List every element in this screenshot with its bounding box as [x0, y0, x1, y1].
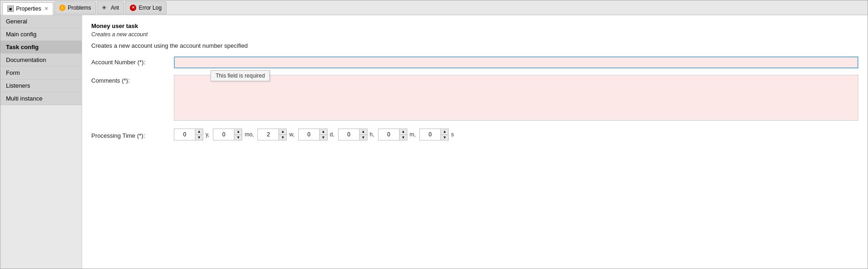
- spinner-m: ▲ ▼: [400, 129, 407, 140]
- unit-label-d: d,: [330, 131, 334, 138]
- spin-down-mo[interactable]: ▼: [234, 134, 242, 140]
- processing-time-label: Processing Time (*):: [91, 130, 174, 139]
- spinner-h: ▲ ▼: [360, 129, 367, 140]
- unit-label-m: m,: [410, 131, 416, 138]
- spinner-y: ▲ ▼: [195, 129, 203, 140]
- spin-up-d[interactable]: ▲: [320, 129, 327, 134]
- errorlog-icon: ✕: [130, 5, 136, 11]
- tab-properties[interactable]: ▣ Properties ✕: [2, 2, 53, 15]
- time-input-h[interactable]: [339, 129, 360, 140]
- ant-icon: ✳: [102, 5, 108, 11]
- main-window: ▣ Properties ✕ ! Problems ✳ Ant ✕ Error …: [0, 0, 868, 269]
- time-input-w[interactable]: [258, 129, 279, 140]
- time-input-mo[interactable]: [213, 129, 234, 140]
- spinner-s: ▲ ▼: [441, 129, 448, 140]
- sidebar-item-general[interactable]: General: [0, 15, 82, 28]
- spin-up-y[interactable]: ▲: [195, 129, 203, 134]
- time-unit-m: ▲ ▼: [378, 129, 407, 140]
- processing-time-controls: ▲ ▼ y, ▲ ▼ mo,: [174, 129, 456, 140]
- time-unit-s: ▲ ▼: [419, 129, 449, 140]
- properties-icon: ▣: [7, 6, 14, 12]
- spin-up-mo[interactable]: ▲: [234, 129, 242, 134]
- time-input-m[interactable]: [378, 129, 400, 140]
- sidebar-item-documentation[interactable]: Documentation: [0, 54, 82, 67]
- spin-down-h[interactable]: ▼: [360, 134, 367, 140]
- time-unit-d: ▲ ▼: [298, 129, 328, 140]
- unit-label-mo: mo,: [245, 131, 254, 138]
- account-number-label: Account Number (*):: [91, 56, 174, 66]
- time-input-s[interactable]: [420, 129, 441, 140]
- sidebar-item-form[interactable]: Form: [0, 67, 82, 79]
- problems-icon: !: [59, 5, 66, 11]
- sidebar: General Main config Task config Document…: [0, 15, 82, 269]
- time-input-y[interactable]: [174, 129, 195, 140]
- spin-down-d[interactable]: ▼: [320, 134, 327, 140]
- spin-up-s[interactable]: ▲: [441, 129, 448, 134]
- comments-label: Comments (*):: [91, 75, 174, 84]
- spin-down-w[interactable]: ▼: [279, 134, 286, 140]
- unit-label-w: w,: [289, 131, 294, 138]
- required-tooltip: This field is required: [211, 70, 270, 81]
- time-unit-h: ▲ ▼: [338, 129, 367, 140]
- tab-bar: ▣ Properties ✕ ! Problems ✳ Ant ✕ Error …: [0, 0, 868, 15]
- account-number-row: Account Number (*): This field is requir…: [91, 56, 858, 68]
- unit-label-s: s: [451, 131, 454, 138]
- comments-textarea[interactable]: [174, 75, 858, 121]
- tab-errorlog[interactable]: ✕ Error Log: [125, 1, 167, 14]
- time-input-d[interactable]: [299, 129, 320, 140]
- content-title: Money user task: [91, 22, 858, 29]
- spinner-w: ▲ ▼: [279, 129, 286, 140]
- account-number-field: This field is required: [174, 56, 858, 68]
- spin-up-w[interactable]: ▲: [279, 129, 286, 134]
- content-subtitle: Creates a new account: [91, 31, 858, 38]
- tab-ant-label: Ant: [111, 5, 119, 11]
- spin-down-s[interactable]: ▼: [441, 134, 448, 140]
- sidebar-item-listeners[interactable]: Listeners: [0, 79, 82, 92]
- spinner-d: ▲ ▼: [320, 129, 327, 140]
- comments-row: Comments (*):: [91, 75, 858, 122]
- account-number-input[interactable]: [174, 56, 858, 68]
- tab-problems-label: Problems: [68, 5, 91, 11]
- content-description: Creates a new account using the account …: [91, 42, 858, 49]
- comments-field: [174, 75, 858, 122]
- sidebar-item-multi-instance[interactable]: Multi instance: [0, 92, 82, 105]
- unit-label-h: h,: [370, 131, 374, 138]
- tab-ant[interactable]: ✳ Ant: [97, 1, 124, 14]
- sidebar-item-task-config[interactable]: Task config: [0, 41, 82, 54]
- spin-up-h[interactable]: ▲: [360, 129, 367, 134]
- unit-label-y: y,: [206, 131, 209, 138]
- sidebar-item-main-config[interactable]: Main config: [0, 28, 82, 41]
- spin-down-y[interactable]: ▼: [195, 134, 203, 140]
- processing-time-row: Processing Time (*): ▲ ▼ y,: [91, 129, 858, 140]
- tab-properties-label: Properties: [16, 6, 41, 12]
- spin-up-m[interactable]: ▲: [400, 129, 407, 134]
- tab-problems[interactable]: ! Problems: [54, 1, 96, 14]
- main-area: General Main config Task config Document…: [0, 15, 868, 269]
- spin-down-m[interactable]: ▼: [400, 134, 407, 140]
- tab-errorlog-label: Error Log: [139, 5, 161, 11]
- tab-properties-close[interactable]: ✕: [45, 6, 48, 11]
- spinner-mo: ▲ ▼: [234, 129, 242, 140]
- content-area: Money user task Creates a new account Cr…: [82, 15, 868, 269]
- time-unit-mo: ▲ ▼: [213, 129, 242, 140]
- time-unit-w: ▲ ▼: [257, 129, 287, 140]
- time-unit-y: ▲ ▼: [174, 129, 203, 140]
